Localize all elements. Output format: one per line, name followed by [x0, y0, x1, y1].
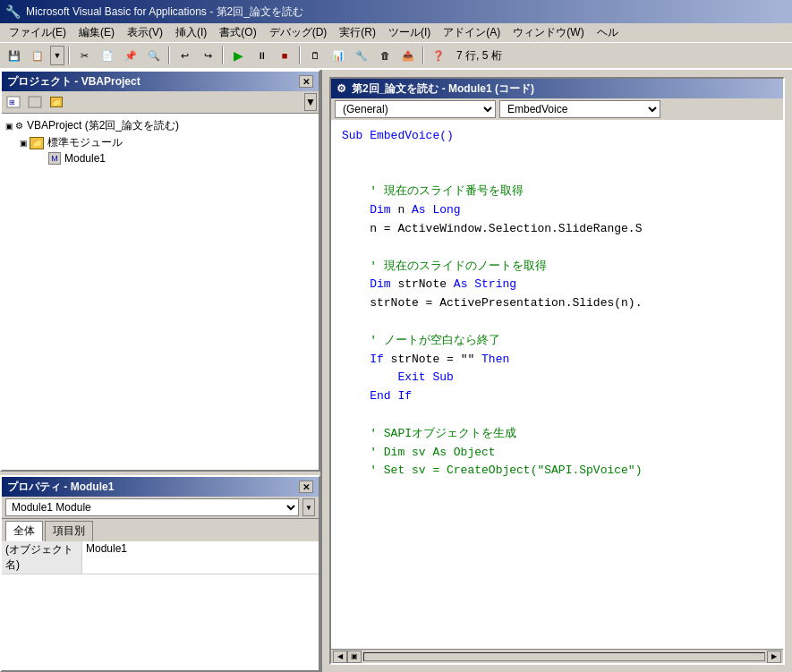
- code-line-16: [342, 406, 772, 425]
- tree-std-module[interactable]: ▣ 📁 標準モジュール: [20, 134, 315, 151]
- code-proc-dropdown[interactable]: EmbedVoice: [499, 100, 660, 118]
- tree-module1-label: Module1: [64, 152, 106, 165]
- project-panel: プロジェクト - VBAProject ✕ ⊞ 📁: [0, 70, 320, 472]
- tree-expand-icon: ▣: [5, 122, 13, 131]
- props-panel-header: プロパティ - Module1 ✕: [2, 477, 319, 497]
- props-dropdown-btn[interactable]: ▼: [302, 498, 315, 516]
- tree-vbaproject[interactable]: ▣ ⚙ VBAProject (第2回_論文を読む): [5, 117, 315, 134]
- project-panel-toolbar: ⊞ 📁 ▼: [2, 91, 319, 114]
- tb-paste[interactable]: 📌: [120, 46, 141, 65]
- code-line-6: n = ActiveWindow.Selection.SlideRange.S: [342, 220, 772, 239]
- scroll-btn2[interactable]: ▣: [347, 651, 362, 663]
- prop-name-label: (オブジェクト名): [2, 541, 82, 574]
- code-line-17: ' SAPIオブジェクトを生成: [342, 425, 772, 444]
- props-tab-category[interactable]: 項目別: [45, 521, 93, 541]
- tb-icon5[interactable]: 📤: [397, 46, 419, 65]
- code-line-9: Dim strNote As String: [342, 276, 772, 294]
- menu-addins[interactable]: アドイン(A): [438, 23, 506, 42]
- menu-view[interactable]: 表示(V): [122, 23, 168, 42]
- tb-redo[interactable]: ↪: [197, 46, 218, 65]
- props-row-name: (オブジェクト名) Module1: [2, 541, 319, 574]
- tb-cut[interactable]: ✂: [73, 46, 95, 65]
- sep5: [422, 47, 424, 64]
- right-panel: ⚙ 第2回_論文を読む - Module1 (コード) (General) Em…: [322, 70, 792, 672]
- properties-panel: プロパティ - Module1 ✕ Module1 Module ▼ 全体 項目…: [0, 475, 320, 672]
- tb-stop[interactable]: ■: [274, 46, 295, 65]
- tb-icon4[interactable]: 🗑: [374, 46, 396, 65]
- menu-insert[interactable]: 挿入(I): [170, 23, 212, 42]
- code-window: ⚙ 第2回_論文を読む - Module1 (コード) (General) Em…: [329, 77, 785, 665]
- proj-tb-toggle-folders[interactable]: 📁: [47, 93, 66, 111]
- code-line-14: Exit Sub: [342, 369, 772, 387]
- menu-help[interactable]: ヘル: [592, 23, 624, 42]
- code-line-4: ' 現在のスライド番号を取得: [342, 183, 772, 201]
- code-window-icon: ⚙: [336, 82, 346, 95]
- app-icon: 🔧: [5, 4, 21, 19]
- scroll-left-btn[interactable]: ◀: [333, 651, 347, 663]
- code-line-10: strNote = ActivePresentation.Slides(n).: [342, 294, 772, 313]
- toolbar: 💾 📋 ▼ ✂ 📄 📌 🔍 ↩ ↪ ▶ ⏸ ■ 🗒 📊 🔧 🗑 📤 ❓ 7 行,…: [0, 43, 792, 70]
- sep3: [222, 47, 224, 64]
- scroll-right-btn[interactable]: ▶: [767, 651, 781, 663]
- props-tab-all[interactable]: 全体: [5, 521, 43, 541]
- props-tabs: 全体 項目別: [2, 519, 319, 541]
- code-line-3: [342, 165, 772, 183]
- code-general-dropdown[interactable]: (General): [335, 100, 496, 118]
- props-name-row: Module1 Module ▼: [2, 497, 319, 519]
- tb-icon2[interactable]: 📊: [328, 46, 349, 65]
- tb-save-btn[interactable]: 💾: [4, 46, 25, 65]
- title-bar: 🔧 Microsoft Visual Basic for Application…: [0, 0, 792, 23]
- tb-btn2[interactable]: 📋: [27, 46, 48, 65]
- code-line-5: Dim n As Long: [342, 201, 772, 220]
- svg-text:⊞: ⊞: [9, 98, 15, 106]
- proj-tb-view-code[interactable]: ⊞: [4, 93, 23, 111]
- code-area[interactable]: Sub EmbedVoice() ' 現在のスライド番号を取得 Dim n As…: [331, 120, 783, 649]
- tree-module1[interactable]: M Module1: [48, 151, 315, 166]
- code-scrollbar: ◀ ▣ ▶: [331, 649, 783, 663]
- menu-file[interactable]: ファイル(E): [4, 23, 72, 42]
- code-line-2: [342, 146, 772, 165]
- sep4: [299, 47, 301, 64]
- menu-window[interactable]: ウィンドウ(W): [507, 23, 589, 42]
- props-panel-close[interactable]: ✕: [299, 481, 313, 493]
- code-window-title: 第2回_論文を読む - Module1 (コード): [352, 81, 534, 97]
- menu-edit[interactable]: 編集(E): [73, 23, 120, 42]
- menu-run[interactable]: 実行(R): [334, 23, 381, 42]
- menu-tools[interactable]: ツール(I): [383, 23, 436, 42]
- tree-project-icon: ⚙: [15, 121, 23, 131]
- project-panel-title: プロジェクト - VBAProject: [7, 74, 141, 89]
- tree-vbaproject-label: VBAProject (第2回_論文を読む): [27, 118, 179, 133]
- tb-help[interactable]: ❓: [428, 46, 449, 65]
- tb-find[interactable]: 🔍: [143, 46, 165, 65]
- menu-debug[interactable]: デバッグ(D): [264, 23, 333, 42]
- tb-copy[interactable]: 📄: [97, 46, 118, 65]
- proj-tb-view-obj[interactable]: [25, 93, 45, 111]
- menu-bar: ファイル(E) 編集(E) 表示(V) 挿入(I) 書式(O) デバッグ(D) …: [0, 23, 792, 43]
- code-line-7: [342, 239, 772, 258]
- code-line-18: ' Dim sv As Object: [342, 444, 772, 463]
- tb-pause[interactable]: ⏸: [251, 46, 272, 65]
- tb-dropdown[interactable]: ▼: [50, 46, 64, 65]
- project-tree: ▣ ⚙ VBAProject (第2回_論文を読む) ▣ 📁 標準モジュール M…: [2, 114, 319, 470]
- tb-icon3[interactable]: 🔧: [351, 46, 372, 65]
- proj-scrollbar[interactable]: ▼: [304, 93, 317, 111]
- code-line-1: Sub EmbedVoice(): [342, 127, 772, 146]
- scroll-track[interactable]: [363, 652, 765, 661]
- props-panel-title: プロパティ - Module1: [7, 480, 114, 495]
- code-line-11: [342, 313, 772, 332]
- tb-icon1[interactable]: 🗒: [304, 46, 326, 65]
- code-title-bar: ⚙ 第2回_論文を読む - Module1 (コード): [331, 79, 783, 98]
- project-panel-close[interactable]: ✕: [299, 75, 313, 88]
- title-text: Microsoft Visual Basic for Applications …: [26, 4, 303, 20]
- svg-rect-2: [29, 97, 41, 107]
- prop-value-field[interactable]: Module1: [82, 541, 319, 574]
- tb-undo[interactable]: ↩: [174, 46, 195, 65]
- menu-format[interactable]: 書式(O): [214, 23, 261, 42]
- tree-folder-icon: 📁: [30, 137, 44, 149]
- tb-run[interactable]: ▶: [227, 46, 249, 65]
- sep2: [168, 47, 170, 64]
- props-object-select[interactable]: Module1 Module: [5, 498, 299, 516]
- code-toolbar: (General) EmbedVoice: [331, 98, 783, 120]
- props-content: (オブジェクト名) Module1: [2, 541, 319, 670]
- code-line-15: End If: [342, 387, 772, 406]
